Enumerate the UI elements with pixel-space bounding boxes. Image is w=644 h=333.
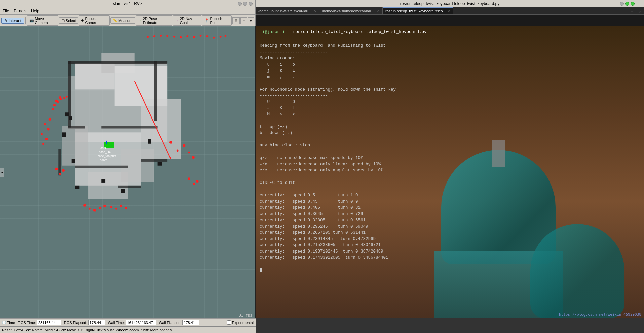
svg-point-62 xyxy=(188,151,190,153)
experimental-checkbox[interactable] xyxy=(227,320,231,325)
svg-rect-13 xyxy=(68,126,85,129)
experimental-section: Experimental xyxy=(227,320,254,325)
svg-point-63 xyxy=(192,156,195,159)
svg-point-55 xyxy=(110,206,112,208)
tab3-label: rosrun teleop_twist_keyboard teleo... xyxy=(385,9,446,13)
svg-point-46 xyxy=(42,143,44,145)
terminal-win-controls[interactable] xyxy=(620,2,635,6)
terminal-tab-3[interactable]: rosrun teleop_twist_keyboard teleo... ✕ xyxy=(383,7,453,14)
ros-elapsed-input[interactable] xyxy=(88,320,105,325)
toolbar-minus[interactable]: − xyxy=(240,17,247,24)
terminal-tab-2[interactable]: /home/li/ws/slam/src/zxcar/launch/l... ✕ xyxy=(319,7,383,14)
interact-button[interactable]: 🖱 Interact xyxy=(1,18,24,24)
menu-file[interactable]: File xyxy=(3,9,9,13)
terminal-tab-1[interactable]: /home/ubuntu/ws/src/zxcar/launch/l... ✕ xyxy=(256,7,319,14)
term-win-green[interactable] xyxy=(625,2,629,6)
prompt-user: li@jasonli xyxy=(260,29,285,35)
svg-point-34 xyxy=(186,35,188,37)
left-panel-toggle[interactable]: ◂ xyxy=(0,168,4,177)
svg-point-29 xyxy=(153,35,155,37)
svg-point-28 xyxy=(147,36,149,38)
svg-point-38 xyxy=(213,37,215,39)
svg-rect-10 xyxy=(68,61,167,64)
tab3-close[interactable]: ✕ xyxy=(447,9,450,13)
wall-elapsed-label: Wall Elapsed: xyxy=(159,321,181,325)
tab1-close[interactable]: ✕ xyxy=(313,9,316,13)
tab1-label: /home/ubuntu/ws/src/zxcar/launch/l... xyxy=(258,9,312,13)
terminal-tab-expand[interactable]: ⌄ xyxy=(636,7,644,14)
svg-point-64 xyxy=(188,177,190,180)
svg-point-56 xyxy=(115,208,117,210)
experimental-label: Experimental xyxy=(232,321,254,325)
wall-time-section: Wall Time: xyxy=(108,320,156,325)
rviz-title-bar: slam.rviz* - RViz xyxy=(0,0,256,7)
pose-estimate-button[interactable]: → 2D Pose Estimate xyxy=(136,15,172,26)
toolbar-plus[interactable]: ⊕ xyxy=(232,17,240,24)
focus-camera-button[interactable]: ⊕ Focus Camera xyxy=(79,15,109,26)
rviz-win-controls[interactable] xyxy=(238,2,253,6)
interact-label: Interact xyxy=(9,19,21,23)
win-minimize[interactable] xyxy=(238,2,242,6)
svg-text:laser: laser xyxy=(100,146,106,150)
publish-point-button[interactable]: 📍 Publish Point xyxy=(202,15,232,26)
win-close[interactable] xyxy=(249,2,253,6)
rviz-menu-bar: File Panels Help xyxy=(0,7,256,15)
svg-point-49 xyxy=(62,169,65,172)
move-camera-label: Move Camera xyxy=(35,16,56,25)
svg-point-42 xyxy=(44,123,46,125)
svg-rect-15 xyxy=(75,166,128,168)
svg-point-65 xyxy=(193,183,195,185)
tab2-label: /home/li/ws/slam/src/zxcar/launch/l... xyxy=(322,9,376,13)
svg-point-70 xyxy=(52,108,54,110)
term-win-minimize[interactable] xyxy=(620,2,624,6)
fps-indicator: 31 fps xyxy=(239,313,252,318)
terminal-panel: li@jasonli rosrun teleop_twist_keyboard … xyxy=(256,26,644,318)
hint-reset[interactable]: Reset xyxy=(2,328,12,332)
menu-help[interactable]: Help xyxy=(31,9,39,13)
svg-point-61 xyxy=(183,144,185,147)
svg-point-75 xyxy=(66,96,68,98)
ros-time-label: ROS Time: xyxy=(18,321,36,325)
win-maximize[interactable] xyxy=(243,2,247,6)
hint-text: Left-Click: Rotate. Middle-Click: Move X… xyxy=(14,328,173,332)
wall-time-input[interactable] xyxy=(126,320,156,325)
svg-point-71 xyxy=(54,104,56,106)
menu-panels[interactable]: Panels xyxy=(14,9,26,13)
rviz-toolbar: 🖱 Interact 📷 Move Camera ▢ Select ⊕ Focu… xyxy=(0,15,256,26)
measure-label: Measure xyxy=(118,19,133,23)
prompt-line: li@jasonli rosrun teleop_twist_keyboard … xyxy=(260,29,640,35)
svg-rect-27 xyxy=(72,159,75,163)
rviz-canvas[interactable]: ◂ xyxy=(0,26,256,318)
wall-elapsed-input[interactable] xyxy=(182,320,199,325)
select-icon: ▢ xyxy=(61,18,65,23)
select-button[interactable]: ▢ Select xyxy=(59,17,78,24)
svg-point-37 xyxy=(206,35,208,37)
terminal-tabs: /home/ubuntu/ws/src/zxcar/launch/l... ✕ … xyxy=(256,7,644,15)
svg-point-52 xyxy=(93,209,96,212)
svg-point-73 xyxy=(60,98,62,100)
term-line-reading: Reading from the keyboard and Publishing… xyxy=(260,43,399,260)
nav-goal-button[interactable]: → 2D Nav Goal xyxy=(173,15,201,26)
tab2-close[interactable]: ✕ xyxy=(377,9,380,13)
toolbar-more[interactable]: » xyxy=(248,17,254,24)
svg-point-44 xyxy=(41,133,43,135)
svg-point-50 xyxy=(83,204,86,207)
measure-button[interactable]: 📏 Measure xyxy=(110,17,135,24)
term-win-close[interactable] xyxy=(631,2,635,6)
publish-point-label: Publish Point xyxy=(210,16,230,25)
svg-rect-25 xyxy=(121,189,125,193)
svg-rect-21 xyxy=(62,132,66,137)
terminal-new-tab[interactable]: + xyxy=(628,7,636,14)
status-bar: 🕐 Time ROS Time: ROS Elapsed: Wall Time:… xyxy=(0,318,256,326)
svg-point-40 xyxy=(224,35,226,37)
ros-time-input[interactable] xyxy=(37,320,61,325)
move-camera-button[interactable]: 📷 Move Camera xyxy=(27,15,58,26)
svg-point-32 xyxy=(173,36,175,38)
svg-rect-22 xyxy=(101,179,105,183)
svg-point-72 xyxy=(56,101,59,103)
svg-point-60 xyxy=(177,150,179,152)
prompt-command: rosrun teleop_twist_keyboard teleop_twis… xyxy=(293,29,427,35)
bottom-hint-bar: Reset Left-Click: Rotate. Middle-Click: … xyxy=(0,326,256,333)
svg-rect-14 xyxy=(101,126,157,129)
clock-icon: 🕐 xyxy=(2,321,6,324)
